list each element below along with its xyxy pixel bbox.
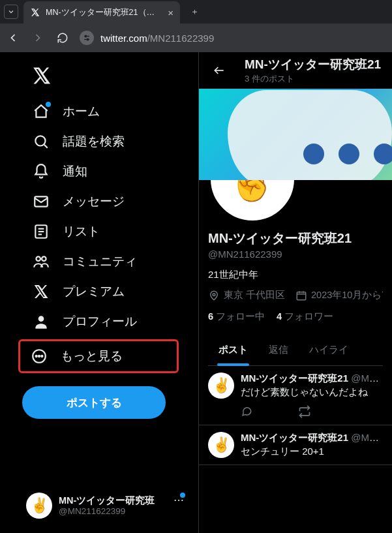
svg-point-11 [36, 256, 40, 261]
account-handle: @MN211622399 [59, 506, 155, 517]
bell-icon [33, 163, 50, 180]
svg-point-12 [42, 256, 46, 261]
post-button[interactable]: ポストする [22, 386, 166, 419]
sidebar-item-label: メッセージ [63, 193, 125, 210]
notification-dot [180, 493, 185, 498]
profile-header-bar: MN-ツイッター研究班21 3 件のポスト [199, 52, 392, 89]
browser-toolbar: twitter.com/MN211622399 [0, 23, 392, 52]
sidebar-item-label: リスト [63, 223, 100, 240]
avatar[interactable]: ✌️ [208, 432, 234, 458]
avatar: ✌️ [26, 493, 52, 519]
sidebar-item-profile[interactable]: プロフィール [22, 307, 198, 337]
new-tab-button[interactable]: ＋ [185, 3, 204, 21]
tab-replies[interactable]: 返信 [258, 335, 299, 365]
profile-location: 東京 千代田区 [208, 289, 285, 301]
sidebar-item-label: 話題を検索 [63, 133, 125, 150]
profile-banner[interactable] [199, 89, 392, 180]
profile-bio: 21世紀中年 [208, 269, 383, 281]
account-switcher[interactable]: ✌️ MN-ツイッター研究班 @MN211622399 ⋯ [20, 487, 190, 524]
main-column: MN-ツイッター研究班21 3 件のポスト ✌️ MN-ツイッター研究班21 @… [198, 52, 392, 533]
svg-point-4 [35, 136, 45, 145]
back-button[interactable] [208, 59, 230, 82]
address-bar[interactable]: twitter.com/MN211622399 [80, 31, 214, 45]
sidebar-item-messages[interactable]: メッセージ [22, 187, 198, 217]
tab-highlights[interactable]: ハイライ [299, 335, 359, 365]
followers-link[interactable]: 4 フォロワー [277, 311, 333, 323]
page-title: MN-ツイッター研究班21 [245, 56, 381, 73]
tweet-author-name[interactable]: MN-ツイッター研究班21 [241, 373, 348, 384]
svg-point-17 [41, 356, 42, 357]
svg-point-13 [38, 316, 44, 322]
reply-icon[interactable] [241, 405, 252, 418]
sidebar-item-label: プレミアム [63, 283, 125, 300]
sidebar-item-communities[interactable]: コミュニティ [22, 247, 198, 277]
reload-button[interactable] [55, 30, 70, 46]
nav-back-button[interactable] [5, 30, 21, 46]
profile-icon [33, 313, 50, 330]
site-info-icon[interactable] [80, 31, 94, 45]
tab-search-dropdown[interactable] [4, 5, 18, 19]
sidebar-item-label: コミュニティ [63, 253, 137, 270]
close-icon[interactable]: × [168, 7, 173, 18]
tab-posts[interactable]: ポスト [208, 335, 258, 365]
svg-line-5 [44, 145, 48, 148]
profile-tabs: ポスト返信ハイライ [208, 335, 383, 366]
sidebar-item-label: 通知 [63, 163, 87, 180]
x-logo[interactable] [25, 59, 59, 93]
tweet[interactable]: ✌️MN-ツイッター研究班21 @MN21だけど素数じゃないんだよね [199, 366, 392, 425]
sidebar-item-premium[interactable]: プレミアム [22, 277, 198, 307]
account-name: MN-ツイッター研究班 [59, 495, 155, 506]
browser-tab-title: MN-ツイッター研究班21（@MN2 [46, 7, 162, 18]
svg-point-16 [38, 356, 40, 357]
communities-icon [33, 253, 50, 270]
profile-handle: @MN211622399 [208, 249, 383, 260]
mail-icon [33, 193, 50, 210]
svg-point-19 [213, 293, 215, 296]
nav-forward-button[interactable] [30, 30, 46, 46]
svg-point-2 [85, 35, 87, 37]
svg-point-3 [87, 38, 89, 40]
tweet-text: センチュリー 20+1 [241, 446, 383, 458]
profile-name: MN-ツイッター研究班21 [208, 230, 383, 247]
tweet-author-handle: @MN21 [351, 432, 383, 443]
tweet-text: だけど素数じゃないんだよね [241, 386, 383, 399]
svg-rect-20 [297, 292, 306, 299]
sidebar-item-lists[interactable]: リスト [22, 217, 198, 247]
browser-tab[interactable]: MN-ツイッター研究班21（@MN2 × [23, 1, 180, 23]
more-circle-icon [31, 348, 48, 365]
notification-dot [46, 102, 51, 107]
tweet-author-name[interactable]: MN-ツイッター研究班21 [241, 432, 348, 443]
tweet[interactable]: ✌️MN-ツイッター研究班21 @MN21センチュリー 20+1 [199, 425, 392, 465]
x-icon [30, 7, 40, 18]
sidebar-item-notifications[interactable]: 通知 [22, 157, 198, 187]
sidebar-item-label: プロフィール [63, 313, 137, 330]
post-count: 3 件のポスト [245, 73, 381, 85]
avatar[interactable]: ✌️ [208, 373, 234, 399]
sidebar: ホーム話題を検索通知メッセージリストコミュニティプレミアムプロフィールもっと見る… [0, 52, 198, 533]
browser-tab-strip: MN-ツイッター研究班21（@MN2 × ＋ [0, 0, 392, 23]
sidebar-item-label: ホーム [63, 103, 100, 120]
url-text: twitter.com/MN211622399 [100, 33, 214, 44]
tweet-author-handle: @MN21 [351, 373, 383, 384]
svg-point-15 [36, 356, 37, 357]
x-icon [33, 283, 50, 300]
home-icon [33, 103, 50, 120]
sidebar-item-explore[interactable]: 話題を検索 [22, 127, 198, 157]
sidebar-item-home[interactable]: ホーム [22, 97, 198, 127]
sidebar-item-label: もっと見る [61, 348, 123, 365]
sidebar-item-more[interactable]: もっと見る [20, 341, 177, 371]
search-icon [33, 133, 50, 150]
following-link[interactable]: 6 フォロー中 [208, 311, 265, 323]
profile-join-date: 2023年10月からTw [295, 289, 383, 301]
retweet-icon[interactable] [298, 405, 311, 418]
list-icon [33, 223, 50, 240]
